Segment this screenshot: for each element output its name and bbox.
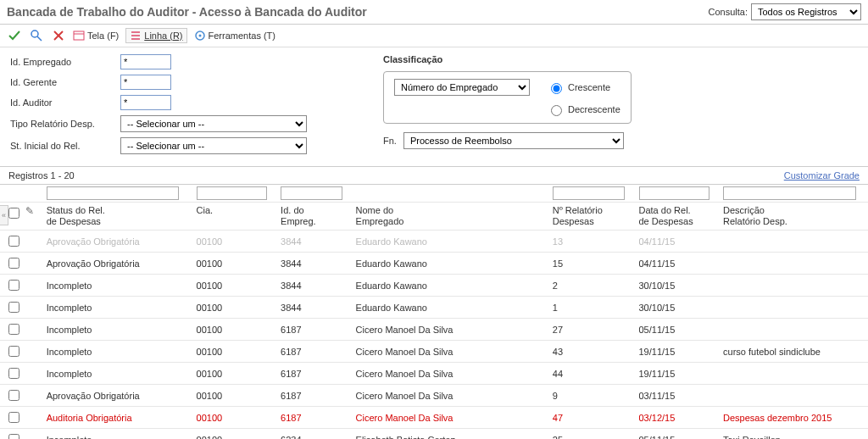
svg-point-0 xyxy=(31,31,38,37)
cell-nome: Cicero Manoel Da Silva xyxy=(351,385,548,407)
cell-desc: Despesas dezembro 2015 xyxy=(718,407,868,429)
row-checkbox[interactable] xyxy=(8,434,19,439)
cell-data: 05/11/15 xyxy=(634,319,719,341)
cell-cia: 00100 xyxy=(192,297,276,319)
label-fn: Fn. xyxy=(383,136,397,146)
label-id-auditor: Id. Auditor xyxy=(10,97,120,108)
table-row[interactable]: Aprovação Obrigatória001003844Eduardo Ka… xyxy=(0,231,868,253)
cell-cia: 00100 xyxy=(192,231,276,253)
input-id-empregado[interactable] xyxy=(120,54,171,69)
cell-emp: 6234 xyxy=(275,429,350,439)
table-row[interactable]: Aprovação Obrigatória001003844Eduardo Ka… xyxy=(0,253,868,275)
filter-cia[interactable] xyxy=(197,186,267,200)
row-checkbox[interactable] xyxy=(8,258,19,269)
cell-desc xyxy=(718,363,868,385)
filter-emp[interactable] xyxy=(281,186,342,200)
classificacao-title: Classificação xyxy=(383,54,632,64)
table-row[interactable]: Aprovação Obrigatória001006187Cicero Man… xyxy=(0,385,868,407)
col-data-header[interactable]: Data do Rel. de Despesas xyxy=(639,205,714,227)
menu-tela[interactable]: Tela (F) xyxy=(73,30,119,42)
cell-data: 03/12/15 xyxy=(634,407,719,429)
cell-desc xyxy=(718,275,868,297)
select-all-checkbox[interactable] xyxy=(8,208,19,219)
table-row[interactable]: Incompleto001006234Elisabeth Batista Cor… xyxy=(0,429,868,439)
edit-header-icon[interactable]: ✎ xyxy=(25,205,34,217)
radio-decrescente[interactable] xyxy=(551,105,562,116)
filter-data[interactable] xyxy=(639,186,709,200)
cell-status: Auditoria Obrigatória xyxy=(42,407,192,429)
cell-data: 19/11/15 xyxy=(634,341,719,363)
select-classificacao[interactable]: Número do Empregado xyxy=(394,79,530,96)
cell-status: Incompleto xyxy=(42,429,192,439)
select-tipo-rel[interactable]: -- Selecionar um -- xyxy=(120,115,307,132)
cell-emp: 3844 xyxy=(275,253,350,275)
cell-rel: 25 xyxy=(548,429,634,439)
row-checkbox[interactable] xyxy=(8,390,19,401)
cell-status: Aprovação Obrigatória xyxy=(42,385,192,407)
row-checkbox[interactable] xyxy=(8,324,19,335)
col-status-header[interactable]: Status do Rel. de Despesas xyxy=(47,205,186,227)
customize-grade-link[interactable]: Customizar Grade xyxy=(784,170,860,181)
cell-emp: 6187 xyxy=(275,319,350,341)
cell-rel: 13 xyxy=(548,231,634,253)
table-row[interactable]: Auditoria Obrigatória001006187Cicero Man… xyxy=(0,407,868,429)
col-emp-header[interactable]: Id. do Empreg. xyxy=(281,205,345,227)
col-rel-header[interactable]: Nº Relatório Despesas xyxy=(553,205,629,227)
cell-rel: 44 xyxy=(548,363,634,385)
cell-nome: Cicero Manoel Da Silva xyxy=(351,363,548,385)
cell-rel: 1 xyxy=(548,297,634,319)
cell-desc: Taxi Reveillon xyxy=(718,429,868,439)
table-row[interactable]: Incompleto001006187Cicero Manoel Da Silv… xyxy=(0,363,868,385)
menu-linha[interactable]: Linha (R) xyxy=(125,28,186,43)
cell-data: 30/10/15 xyxy=(634,297,719,319)
table-row[interactable]: Incompleto001006187Cicero Manoel Da Silv… xyxy=(0,341,868,363)
row-checkbox[interactable] xyxy=(8,280,19,291)
label-crescente: Crescente xyxy=(568,82,610,92)
row-checkbox[interactable] xyxy=(8,368,19,379)
cell-emp: 6187 xyxy=(275,363,350,385)
cell-nome: Cicero Manoel Da Silva xyxy=(351,341,548,363)
col-nome-header[interactable]: Nome do Empregado xyxy=(356,205,542,227)
input-id-auditor[interactable] xyxy=(120,95,171,110)
menu-ferramentas[interactable]: Ferramentas (T) xyxy=(194,30,275,42)
cell-status: Aprovação Obrigatória xyxy=(42,253,192,275)
cell-data: 30/10/15 xyxy=(634,275,719,297)
cell-cia: 00100 xyxy=(192,319,276,341)
search-icon[interactable] xyxy=(29,28,44,43)
col-desc-header[interactable]: Descrição Relatório Desp. xyxy=(723,205,863,227)
cell-nome: Elisabeth Batista Cortez xyxy=(351,429,548,439)
row-checkbox[interactable] xyxy=(8,236,19,247)
confirm-icon[interactable] xyxy=(7,28,22,43)
consulta-select[interactable]: Todos os Registros xyxy=(751,3,861,20)
cell-emp: 3844 xyxy=(275,231,350,253)
cancel-icon[interactable] xyxy=(51,28,66,43)
cell-cia: 00100 xyxy=(192,407,276,429)
select-st-inicial[interactable]: -- Selecionar um -- xyxy=(120,137,307,154)
radio-crescente[interactable] xyxy=(551,83,562,94)
table-row[interactable]: Incompleto001006187Cicero Manoel Da Silv… xyxy=(0,319,868,341)
table-row[interactable]: Incompleto001003844Eduardo Kawano230/10/… xyxy=(0,275,868,297)
filter-rel[interactable] xyxy=(553,186,625,200)
cell-desc xyxy=(718,319,868,341)
cell-status: Incompleto xyxy=(42,297,192,319)
input-id-gerente[interactable] xyxy=(120,75,171,90)
col-cia-header[interactable]: Cia. xyxy=(197,205,271,216)
cell-rel: 9 xyxy=(548,385,634,407)
label-id-gerente: Id. Gerente xyxy=(10,77,120,87)
cell-cia: 00100 xyxy=(192,385,276,407)
row-checkbox[interactable] xyxy=(8,412,19,423)
cell-data: 19/11/15 xyxy=(634,363,719,385)
cell-data: 04/11/15 xyxy=(634,231,719,253)
row-checkbox[interactable] xyxy=(8,302,19,313)
cell-rel: 43 xyxy=(548,341,634,363)
row-checkbox[interactable] xyxy=(8,346,19,357)
cell-desc xyxy=(718,385,868,407)
cell-desc xyxy=(718,253,868,275)
cell-data: 04/11/15 xyxy=(634,253,719,275)
filter-status[interactable] xyxy=(47,186,180,200)
table-row[interactable]: Incompleto001003844Eduardo Kawano130/10/… xyxy=(0,297,868,319)
select-fn[interactable]: Processo de Reembolso xyxy=(403,132,624,149)
filter-desc[interactable] xyxy=(723,186,856,200)
side-collapse-tab[interactable]: « xyxy=(0,205,8,225)
cell-cia: 00100 xyxy=(192,275,276,297)
